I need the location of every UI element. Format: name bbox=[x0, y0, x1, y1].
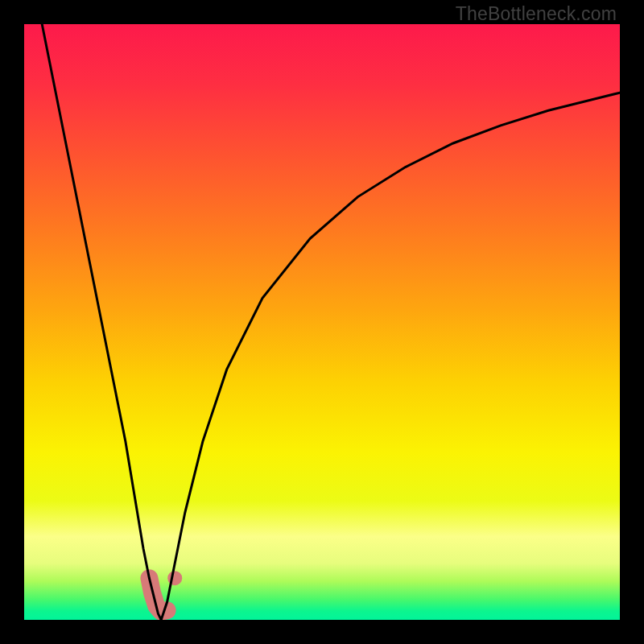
curve-left-branch bbox=[42, 24, 161, 620]
outer-frame: TheBottleneck.com bbox=[0, 0, 644, 644]
watermark-text: TheBottleneck.com bbox=[456, 3, 617, 25]
curve-right-branch bbox=[161, 93, 620, 620]
curve-layer bbox=[24, 24, 620, 620]
plot-area bbox=[24, 24, 620, 620]
